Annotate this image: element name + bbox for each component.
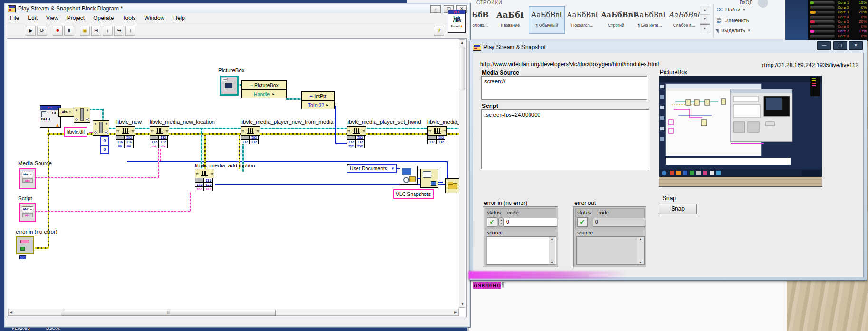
property-node-picturebox[interactable]: ⊸PictureBox Handle▸ [241,80,287,98]
menu-project[interactable]: Project [63,14,89,22]
numeric-constant[interactable]: 0 [100,136,109,146]
media-source-input[interactable]: screen:// [481,76,647,100]
source-scrollbar[interactable]: ▲▼ [637,237,644,264]
dll-icon [122,128,129,134]
front-panel-window: Play Stream & Snapshot — ▢ ✕ http://www.… [470,40,867,281]
style-preview: БбВ [469,7,492,23]
string-node[interactable]: abc ▸ [58,108,75,117]
error-in-terminal[interactable] [16,236,34,254]
snap-button[interactable]: Snap [659,204,697,214]
menu-help[interactable]: Help [169,14,189,22]
title-bar[interactable]: Play Stream & Snapshot Block Diagram * –… [6,4,469,13]
snap-button-label: Snap [671,205,685,212]
cluster-icon [19,255,26,259]
scroll-down-arrow[interactable]: ▼ [549,261,555,264]
clf-node-media-player[interactable]: ⁇⁇ I32 I32I32 [427,126,447,144]
scrollbar-thumb[interactable] [460,47,465,90]
minimize-button[interactable]: — [817,41,831,50]
doc-url-text[interactable]: http://www.videolan.org/developers/vlc/d… [480,61,659,68]
abort-button[interactable]: ● [53,26,63,36]
numeric-spinner[interactable]: ▲▼ [498,217,504,227]
step-over-button[interactable]: ↪ [114,26,124,36]
find-button[interactable]: Найти ▼ [717,7,746,12]
run-button[interactable]: ▶ [26,26,36,36]
maximize-button[interactable]: ▢ [833,41,847,50]
vlc-get-path-node[interactable]: VLC GET PATH ▲ [40,105,61,128]
style-item-subtle[interactable]: АаБбВвГ Слабое в... [668,7,700,33]
menu-view[interactable]: View [42,14,63,22]
scroll-down-arrow[interactable]: ▼ [637,261,644,264]
system-directory-ring[interactable]: User Documents ▼ [347,164,397,173]
invoke-node-intptr[interactable]: ⇸IntPtr ToInt32▸ [301,91,335,109]
signin-label[interactable]: ВХОД [740,0,752,5]
save-image-node[interactable] [420,169,438,188]
style-item-subtitle[interactable]: АаБбВвІ Подзагол... [566,7,599,33]
menu-edit[interactable]: Edit [23,14,42,22]
snapshot-tool-node[interactable] [400,166,418,185]
style-item-title[interactable]: АаБбІ Название [493,7,527,33]
vlc-snapshots-constant[interactable]: VLC Snapshots [393,189,434,199]
code-input[interactable]: 0 [504,218,557,227]
build-path-node[interactable] [93,120,109,136]
scroll-down-arrow[interactable]: ▼ [461,302,464,307]
cleanup-diagram-button[interactable]: ⊞ [91,26,101,36]
step-into-button[interactable]: ↓ [103,26,113,36]
minimize-button[interactable]: – [430,5,441,13]
clf-node-player-set-hwnd[interactable]: ⁇⁇ I32 I32I32 I32I32 [347,126,366,148]
menu-window[interactable]: Window [140,14,169,22]
param-cell: U8 [125,144,134,148]
scroll-up-arrow[interactable]: ▲ [637,237,644,241]
dll-path-constant[interactable]: libvlc.dll [64,127,87,137]
menu-tools[interactable]: Tools [118,14,140,22]
script-input[interactable]: :screen-fps=24.000000 [481,109,649,169]
styles-scroll-up-button[interactable]: ▲ [700,6,710,15]
media-source-terminal[interactable]: abc ▸ abc [19,168,36,189]
pause-button[interactable]: ‖ [64,26,74,36]
vi-corner-icon[interactable]: VLC Lab VIEW Embed▲ [448,10,466,33]
style-item-heading[interactable]: БбВ олово... [469,7,492,33]
style-item-normal-selected[interactable]: АаБбВвІ ¶ Обычный [529,6,565,34]
clf-node-media-new-location[interactable]: ⁇⁇ I32 I32I32 abcabc [150,126,169,148]
scroll-up-arrow[interactable]: ▲ [549,237,555,241]
highlight-execution-button[interactable]: ◉ [80,26,90,36]
style-item-no-spacing[interactable]: АаБбВвІ ¶ Без инте... [633,7,666,33]
scrollbar-thumb[interactable]: ||| [61,310,276,316]
menu-file[interactable]: File [6,14,23,22]
picturebox-refnum[interactable]: .net [220,76,239,96]
horizontal-scrollbar[interactable]: ◀ ||| ▶ [8,309,459,316]
tree-icon [41,111,46,117]
styles-expand-button[interactable]: ▼ [700,24,710,33]
menu-operate[interactable]: Operate [89,14,118,22]
scroll-up-arrow[interactable]: ▲ [459,40,465,46]
scroll-right-arrow[interactable]: ▶ [454,310,457,315]
source-scrollbar[interactable]: ▲▼ [549,237,555,264]
scroll-left-arrow[interactable]: ◀ [10,310,12,315]
title-bar[interactable]: Play Stream & Snapshot — ▢ ✕ [473,42,864,52]
select-button[interactable]: Выделить ▼ [717,28,751,33]
help-button[interactable]: ? [434,26,444,36]
core-value: 0% [861,24,867,29]
style-item-strong[interactable]: АаБбВвГ Строгий [601,7,631,33]
vertical-scrollbar[interactable]: ▲ ▼ [459,39,465,308]
status-check-indicator[interactable]: ✔ [487,217,497,227]
media-source-wire [158,146,159,177]
string-to-path-node[interactable] [74,107,90,123]
diagram-canvas[interactable]: PictureBox libvlc_new libvlc_media_new_l… [7,38,467,317]
styles-scroll-down-button[interactable]: ▼ [700,15,710,24]
clf-label: libvlc_media_new_location [150,119,215,125]
account-avatar[interactable] [758,0,768,8]
source-input[interactable]: ▲▼ [486,236,556,265]
core-name: Core 1 [838,0,849,5]
script-terminal[interactable]: abc ▸ abc [19,203,36,222]
select-label: Выделить [721,28,745,33]
replace-button[interactable]: abac Заменить [717,17,749,24]
step-out-button[interactable]: ↑ [125,26,135,36]
clf-node-player-new-from-media[interactable]: ⁇⁇ I32 I32I32 [241,126,260,144]
source-indicator: ▲▼ [576,236,645,265]
clf-node-libvlc-new[interactable]: ⁇⁇ I32 I16I16 U8U8 [116,126,135,148]
clf-node-media-add-option[interactable]: ⁇⁇ I32 I32I32 abcabc [195,169,214,191]
numeric-constant[interactable]: 0 [100,145,109,154]
run-continuous-button[interactable]: ⟳ [37,26,47,36]
close-button[interactable]: ✕ [849,41,863,50]
picturebox-display[interactable] [659,76,822,187]
